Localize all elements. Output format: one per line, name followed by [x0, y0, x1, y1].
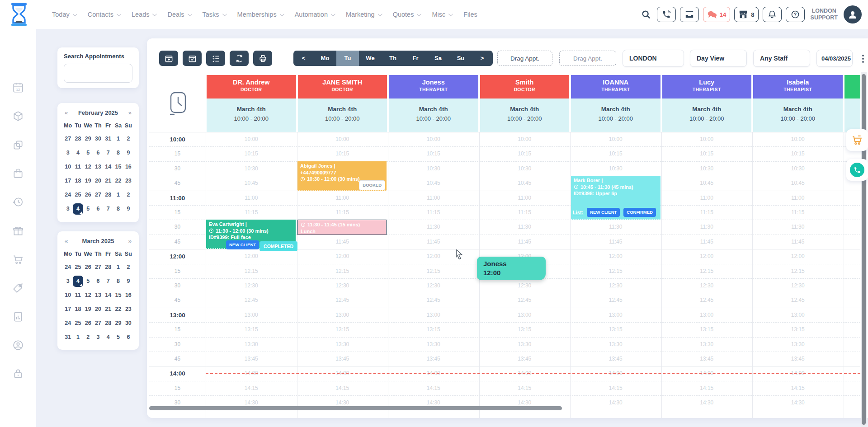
time-slot[interactable]: 12:15 — [661, 264, 753, 279]
mini-calendar-day[interactable]: 27 — [93, 262, 103, 273]
time-slot[interactable]: 10:45 — [479, 176, 571, 191]
mini-calendar-day[interactable]: 5 — [83, 276, 93, 287]
time-slot[interactable]: 11:00 — [844, 191, 861, 206]
time-slot[interactable]: 13:30 — [752, 337, 844, 352]
time-slot[interactable]: 11:15 — [388, 205, 479, 220]
mini-calendar-day[interactable]: 14 — [103, 161, 113, 173]
time-slot[interactable]: 11:15 — [479, 205, 571, 220]
time-slot[interactable]: 13:30 — [206, 337, 297, 352]
task-list-button[interactable] — [206, 51, 225, 66]
staff-column-header[interactable]: JANE SMITHDOCTOR — [298, 75, 387, 99]
time-slot[interactable]: 12:00 — [297, 249, 388, 264]
time-slot[interactable]: 11:45 — [661, 235, 753, 249]
mini-calendar-day[interactable]: 28 — [103, 318, 113, 329]
mini-calendar-day[interactable]: 19 — [83, 304, 93, 315]
mini-calendar-day[interactable]: 17 — [63, 304, 73, 315]
staff-column-header[interactable]: JonessTHERAPIST — [389, 75, 478, 99]
mini-calendar-day[interactable]: 27 — [93, 189, 103, 201]
time-slot[interactable]: 10:15 — [206, 146, 297, 161]
search-appointments-input[interactable] — [64, 64, 132, 83]
time-slot[interactable]: 11:45 — [752, 235, 844, 249]
mini-calendar-day[interactable]: 8 — [113, 147, 123, 159]
time-slot[interactable]: 12:30 — [206, 278, 297, 293]
copy-icon[interactable] — [12, 139, 24, 151]
time-slot[interactable]: 11:45 — [297, 235, 388, 249]
mini-calendar-day[interactable]: 14 — [103, 290, 113, 301]
nav-deals[interactable]: Deals — [167, 11, 190, 18]
time-slot[interactable]: 11:45 — [388, 235, 479, 249]
time-slot[interactable]: 12:15 — [388, 264, 479, 279]
staff-column-header[interactable]: IOANNATHERAPIST — [571, 75, 660, 99]
mini-calendar-day[interactable]: 28 — [103, 262, 113, 273]
day-tab-th[interactable]: Th — [382, 51, 404, 66]
day-tab-tu[interactable]: Tu — [336, 51, 359, 66]
time-slot[interactable]: 12:15 — [752, 264, 844, 279]
time-slot[interactable]: 13:00 — [752, 308, 844, 323]
mini-calendar-day[interactable]: 17 — [63, 175, 73, 187]
mini-calendar-day[interactable]: 4 — [73, 203, 83, 215]
mini-calendar-day[interactable]: 10 — [63, 290, 73, 301]
time-slot[interactable]: 13:45 — [388, 352, 479, 366]
time-slot[interactable]: 10:30 — [570, 161, 661, 176]
more-options-menu-icon[interactable] — [861, 53, 865, 64]
time-slot[interactable]: 12:00 — [661, 249, 753, 264]
time-slot[interactable]: 10:15 — [297, 146, 388, 161]
staff-column-header[interactable] — [844, 75, 861, 99]
nav-quotes[interactable]: Quotes — [393, 11, 420, 18]
time-slot[interactable]: 10:30 — [388, 161, 479, 176]
time-slot[interactable]: 11:00 — [661, 191, 753, 206]
time-slot[interactable]: 14:15 — [206, 381, 297, 396]
vertical-scrollbar[interactable] — [862, 74, 866, 425]
nav-automation[interactable]: Automation — [295, 11, 334, 18]
mini-calendar-day[interactable]: 7 — [103, 276, 113, 287]
mini-calendar-day[interactable]: 1 — [73, 332, 83, 343]
mini-calendar-day[interactable]: 20 — [93, 304, 103, 315]
mini-calendar-day[interactable]: 1 — [113, 189, 123, 201]
appointment-lunch-break[interactable]: 11:30 - 11:45 (15 mins) Lunch — [297, 220, 387, 235]
time-slot[interactable]: 12:45 — [297, 293, 388, 308]
time-slot[interactable]: 12:30 — [570, 278, 661, 293]
time-slot[interactable]: 11:30 — [661, 220, 753, 235]
time-slot[interactable]: 10:00 — [479, 132, 571, 147]
app-logo-hourglass-icon[interactable] — [11, 3, 27, 26]
report-icon[interactable] — [12, 311, 24, 323]
time-slot[interactable]: 10:30 — [479, 161, 571, 176]
time-slot[interactable]: 13:00 — [661, 308, 753, 323]
time-slot[interactable]: 12:45 — [752, 293, 844, 308]
mini-calendar-day[interactable]: 31 — [103, 133, 113, 145]
time-slot[interactable]: 12:30 — [752, 278, 844, 293]
time-slot[interactable]: 10:45 — [206, 176, 297, 191]
time-slot[interactable]: 10:30 — [206, 161, 297, 176]
new-appointment-button[interactable] — [159, 51, 178, 66]
lock-icon[interactable] — [12, 368, 24, 380]
drag-ghost-joness[interactable]: Joness 12:00 — [477, 257, 546, 280]
location-select[interactable]: LONDON — [623, 50, 684, 67]
time-slot[interactable]: 11:30 — [570, 220, 661, 235]
mini-calendar-day[interactable]: 1 — [113, 133, 123, 145]
mini-calendar-day[interactable]: 22 — [113, 175, 123, 187]
time-slot[interactable]: 12:00 — [206, 249, 297, 264]
mini-calendar-day[interactable]: 10 — [63, 161, 73, 173]
mini-calendar-day[interactable]: 11 — [73, 161, 83, 173]
mini-calendar-day[interactable]: 9 — [123, 147, 133, 159]
mini-calendar-day[interactable]: 23 — [123, 175, 133, 187]
mini-calendar-day[interactable]: 1 — [113, 262, 123, 273]
mini-calendar-day[interactable]: 6 — [123, 332, 133, 343]
time-slot[interactable]: 14:15 — [479, 381, 571, 396]
time-slot[interactable]: 11:45 — [570, 235, 661, 249]
mini-calendar-day[interactable]: 20 — [93, 175, 103, 187]
time-slot[interactable]: 13:00 — [388, 308, 479, 323]
time-slot[interactable]: 13:15 — [479, 322, 571, 337]
mini-calendar-day[interactable]: 29 — [83, 133, 93, 145]
time-slot[interactable]: 12:45 — [844, 293, 861, 308]
time-slot[interactable]: 12:30 — [297, 278, 388, 293]
day-tab-sa[interactable]: Sa — [427, 51, 449, 66]
mini-calendar-day[interactable]: 15 — [113, 161, 123, 173]
mini-calendar-day[interactable]: 5 — [113, 332, 123, 343]
mini-calendar-day[interactable]: 4 — [73, 147, 83, 159]
time-slot[interactable]: 14:30 — [844, 395, 861, 410]
mini-calendar-day[interactable]: 3 — [63, 203, 73, 215]
time-slot[interactable]: 10:00 — [206, 132, 297, 147]
time-slot[interactable]: 13:00 — [844, 308, 861, 323]
appointment-eva-cartwright[interactable]: Eva Cartwright | 11:30 - 12:00 (30 mins)… — [206, 220, 296, 249]
